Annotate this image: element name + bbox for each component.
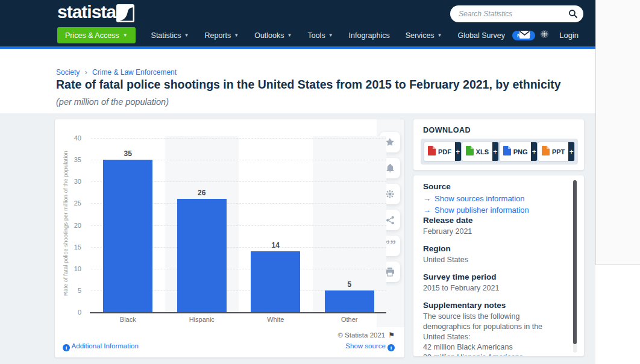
statista-logo-icon[interactable]	[116, 4, 134, 22]
bar-chart: Rate of fatal police shootings per milli…	[55, 119, 406, 359]
bar-black	[103, 160, 152, 312]
nav-item-prices-access[interactable]: Prices & Access▼	[57, 27, 136, 43]
x-axis-label-hispanic: Hispanic	[165, 316, 239, 323]
y-tick-label: 5	[55, 287, 81, 294]
download-button-label: PNG	[513, 148, 528, 155]
globe-icon[interactable]	[540, 30, 549, 41]
source-details-card: Source →Show sources information→Show pu…	[413, 175, 585, 357]
bar-white	[251, 251, 300, 312]
bar-hispanic	[177, 199, 227, 312]
breadcrumb-link-crime-law-enforcement[interactable]: Crime & Law Enforcement	[92, 68, 177, 77]
y-tick-label: 35	[55, 156, 81, 163]
bar-other	[325, 290, 374, 312]
download-buttons: PDF+XLS+PNG+PPT+	[421, 139, 578, 165]
pdf-file-icon	[428, 146, 436, 158]
plus-badge: +	[568, 142, 574, 161]
chart-copyright: © Statista 2021⚑	[337, 331, 395, 339]
download-button-xls[interactable]: XLS+	[462, 142, 499, 162]
download-button-ppt[interactable]: PPT+	[538, 142, 575, 162]
x-axis-line	[90, 312, 386, 313]
source-link-show-publisher-information[interactable]: →Show publisher information	[423, 204, 566, 216]
ppt-file-icon	[542, 146, 550, 158]
info-icon: i	[63, 344, 70, 351]
plus-badge: +	[492, 142, 498, 161]
chevron-down-icon: ▼	[184, 33, 189, 38]
download-button-png[interactable]: PNG+	[499, 142, 538, 162]
y-tick-label: 0	[55, 309, 81, 316]
section-title-release-date: Release date	[423, 216, 566, 225]
show-source-link[interactable]: Show source i	[345, 342, 395, 351]
download-button-body: PNG	[500, 142, 532, 161]
section-title-region: Region	[423, 244, 566, 253]
section-text: February 2021	[423, 227, 566, 237]
additional-information-link[interactable]: i Additional Information	[63, 342, 139, 351]
y-tick-label: 30	[55, 178, 81, 185]
section-text: 42 million Black Americans	[423, 342, 566, 353]
x-axis-label-white: White	[239, 316, 313, 323]
nav-item-services[interactable]: Services▼	[406, 31, 442, 40]
main-nav: Prices & Access▼Statistics▼Reports▼Outlo…	[57, 27, 535, 43]
arrow-right-icon: →	[423, 194, 431, 203]
page-subtitle: (per million of the population)	[56, 97, 169, 107]
right-side-panel-bottom	[595, 266, 640, 364]
search-icon[interactable]	[568, 9, 578, 21]
source-link-show-sources-information[interactable]: →Show sources information	[423, 193, 566, 204]
source-links: →Show sources information→Show publisher…	[423, 193, 566, 216]
png-file-icon	[503, 146, 511, 158]
nav-item-tools[interactable]: Tools▼	[307, 31, 333, 40]
bar-value-other: 5	[325, 280, 374, 289]
section-text: 39 million Hispanic Americans	[423, 353, 566, 357]
nav-item-statistics[interactable]: Statistics▼	[151, 31, 189, 40]
y-tick-label: 40	[55, 134, 81, 142]
detail-sections: Release dateFebruary 2021RegionUnited St…	[423, 216, 566, 357]
breadcrumb-link-society[interactable]: Society	[56, 68, 80, 77]
nav-item-global-survey[interactable]: Global Survey	[458, 31, 506, 40]
search-input[interactable]	[459, 6, 561, 21]
right-side-panel-top	[595, 0, 640, 265]
page: statista Prices & Access▼Statistics▼Repo…	[0, 0, 640, 364]
download-title: DOWNLOAD	[423, 126, 471, 134]
section-text: The source lists the following demograph…	[423, 312, 566, 342]
app-header: statista Prices & Access▼Statistics▼Repo…	[0, 0, 595, 49]
y-tick-label: 25	[55, 199, 81, 207]
xls-file-icon	[466, 146, 474, 158]
x-axis-label-black: Black	[91, 316, 165, 323]
section-title-survey-time-period: Survey time period	[423, 272, 566, 281]
download-button-body: PPT	[538, 142, 568, 161]
chevron-down-icon: ▼	[328, 33, 333, 38]
y-tick-label: 15	[55, 243, 81, 251]
plus-badge: +	[531, 142, 536, 161]
breadcrumb: Society › Crime & Law Enforcement	[56, 68, 177, 77]
download-button-label: PPT	[552, 148, 565, 155]
header-utility-nav: Login	[519, 27, 579, 43]
bar-value-hispanic: 26	[177, 189, 227, 197]
chevron-down-icon: ▼	[123, 33, 128, 38]
download-card: DOWNLOAD PDF+XLS+PNG+PPT+	[413, 119, 585, 171]
section-text: 2015 to February 2021	[423, 283, 566, 293]
y-tick-label: 10	[55, 265, 81, 272]
x-axis-label-other: Other	[313, 316, 387, 323]
gridline	[91, 138, 386, 139]
login-link[interactable]: Login	[559, 31, 579, 40]
arrow-right-icon: →	[423, 206, 431, 215]
download-button-body: XLS	[462, 142, 492, 161]
scrollbar-thumb[interactable]	[573, 180, 577, 344]
nav-item-outlooks[interactable]: Outlooks▼	[254, 31, 292, 40]
download-button-pdf[interactable]: PDF+	[424, 142, 462, 162]
section-title-supplementary-notes: Supplementary notes	[423, 301, 566, 310]
chevron-down-icon: ▼	[438, 33, 442, 38]
download-button-label: XLS	[476, 148, 489, 155]
breadcrumb-separator: ›	[85, 68, 87, 77]
statista-logo[interactable]: statista	[57, 2, 116, 22]
flag-icon[interactable]: ⚑	[388, 331, 395, 339]
page-title: Rate of fatal police shootings in the Un…	[56, 78, 586, 92]
bar-value-white: 14	[251, 241, 300, 249]
bar-value-black: 35	[103, 149, 152, 158]
section-text: United States	[423, 255, 566, 265]
chart-card: ”” Rate of fatal police shootings per mi…	[54, 119, 405, 358]
nav-item-reports[interactable]: Reports▼	[204, 31, 239, 40]
mail-icon[interactable]	[519, 30, 530, 41]
nav-item-infographics[interactable]: Infographics	[349, 31, 390, 40]
search-box	[450, 5, 583, 22]
info-icon: i	[387, 344, 395, 351]
